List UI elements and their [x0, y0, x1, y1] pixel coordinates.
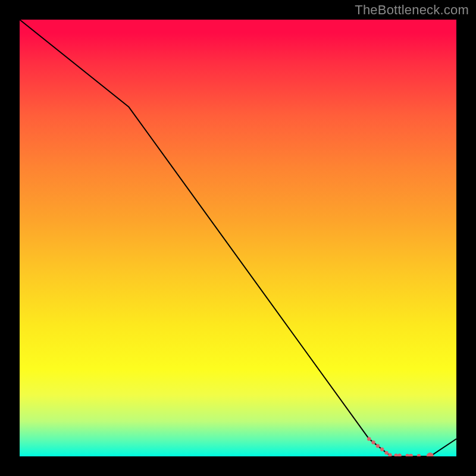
marker-point — [367, 437, 371, 440]
marker-point — [380, 447, 384, 451]
marker-point — [384, 451, 388, 455]
marker-point — [394, 453, 398, 456]
marker-point — [388, 453, 392, 456]
highlight-markers — [367, 437, 434, 456]
chart-frame: TheBottleneck.com — [0, 0, 476, 476]
watermark-text: TheBottleneck.com — [355, 2, 469, 18]
marker-point — [397, 453, 401, 456]
marker-point — [371, 440, 375, 444]
marker-point — [376, 444, 380, 447]
marker-point — [409, 454, 412, 456]
marker-point — [427, 452, 434, 456]
chart-overlay — [20, 20, 456, 456]
curve-path — [20, 20, 456, 456]
curve-line — [20, 20, 456, 456]
marker-point — [417, 454, 421, 456]
marker-point — [406, 454, 409, 456]
